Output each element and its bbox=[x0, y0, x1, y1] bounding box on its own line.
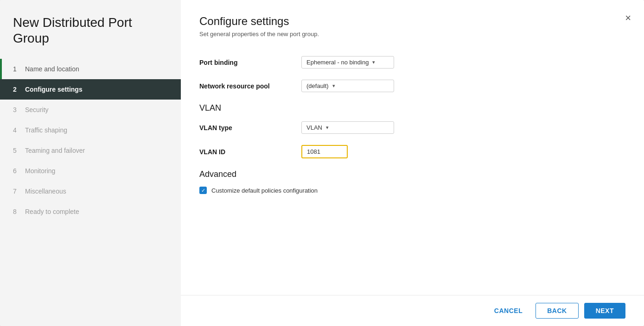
step-4-num: 4 bbox=[13, 126, 20, 134]
content-title: Configure settings bbox=[199, 15, 625, 28]
step-3-label: Security bbox=[25, 106, 49, 113]
vlan-type-value: VLAN bbox=[306, 124, 322, 131]
step-8-label: Ready to complete bbox=[25, 208, 79, 215]
port-binding-select[interactable]: Ephemeral - no binding ▾ bbox=[301, 56, 394, 69]
step-5-num: 5 bbox=[13, 147, 20, 154]
step-3-num: 3 bbox=[13, 106, 20, 113]
vlan-id-control bbox=[301, 145, 348, 158]
vlan-type-row: VLAN type VLAN ▾ bbox=[199, 121, 625, 134]
step-7-num: 7 bbox=[13, 188, 20, 195]
network-resource-pool-row: Network resource pool (default) ▾ bbox=[199, 80, 625, 92]
chevron-down-icon: ▾ bbox=[372, 59, 375, 65]
vlan-type-select[interactable]: VLAN ▾ bbox=[301, 121, 394, 134]
vlan-section-header: VLAN bbox=[199, 103, 625, 113]
network-resource-pool-value: (default) bbox=[306, 82, 329, 89]
step-1-label: Name and location bbox=[25, 65, 79, 73]
chevron-down-icon-2: ▾ bbox=[332, 83, 335, 89]
network-resource-pool-control: (default) ▾ bbox=[301, 80, 394, 92]
step-4-label: Traffic shaping bbox=[25, 126, 67, 134]
step-7-label: Miscellaneous bbox=[25, 188, 66, 195]
step-2-label: Configure settings bbox=[25, 86, 83, 93]
step-5[interactable]: 5 Teaming and failover bbox=[0, 140, 181, 161]
sidebar: New Distributed Port Group 1 Name and lo… bbox=[0, 0, 181, 326]
content-header: Configure settings Set general propertie… bbox=[181, 0, 644, 45]
customize-checkbox-row: ✓ Customize default policies configurati… bbox=[199, 187, 625, 194]
vlan-id-input[interactable] bbox=[301, 145, 348, 158]
chevron-down-icon-3: ▾ bbox=[326, 125, 329, 131]
checkmark-icon: ✓ bbox=[201, 188, 205, 194]
port-binding-row: Port binding Ephemeral - no binding ▾ bbox=[199, 56, 625, 69]
next-button[interactable]: NEXT bbox=[584, 303, 625, 319]
port-binding-value: Ephemeral - no binding bbox=[306, 59, 369, 66]
steps-list: 1 Name and location 2 Configure settings… bbox=[0, 59, 181, 326]
step-7[interactable]: 7 Miscellaneous bbox=[0, 181, 181, 201]
network-resource-pool-select[interactable]: (default) ▾ bbox=[301, 80, 394, 92]
step-4[interactable]: 4 Traffic shaping bbox=[0, 120, 181, 140]
vlan-id-row: VLAN ID bbox=[199, 145, 625, 158]
step-8-num: 8 bbox=[13, 208, 20, 215]
cancel-button[interactable]: CANCEL bbox=[487, 303, 530, 318]
step-8[interactable]: 8 Ready to complete bbox=[0, 201, 181, 222]
network-resource-pool-label: Network resource pool bbox=[199, 82, 301, 90]
vlan-id-label: VLAN ID bbox=[199, 148, 301, 156]
content-body: Port binding Ephemeral - no binding ▾ Ne… bbox=[181, 45, 644, 295]
port-binding-control: Ephemeral - no binding ▾ bbox=[301, 56, 394, 69]
step-2[interactable]: 2 Configure settings bbox=[0, 79, 181, 100]
step-5-label: Teaming and failover bbox=[25, 147, 85, 154]
customize-checkbox[interactable]: ✓ bbox=[199, 187, 207, 194]
step-6-num: 6 bbox=[13, 167, 20, 175]
step-6-label: Monitoring bbox=[25, 167, 55, 175]
step-1[interactable]: 1 Name and location bbox=[0, 59, 181, 79]
back-button[interactable]: BACK bbox=[536, 303, 578, 319]
port-binding-label: Port binding bbox=[199, 59, 301, 66]
close-button[interactable]: × bbox=[625, 13, 631, 23]
vlan-type-label: VLAN type bbox=[199, 124, 301, 132]
content-subtitle: Set general properties of the new port g… bbox=[199, 31, 625, 38]
content-panel: Configure settings Set general propertie… bbox=[181, 0, 644, 326]
step-6[interactable]: 6 Monitoring bbox=[0, 161, 181, 181]
advanced-section-header: Advanced bbox=[199, 169, 625, 179]
step-1-num: 1 bbox=[13, 65, 20, 73]
customize-label: Customize default policies configuration bbox=[211, 187, 318, 194]
content-footer: CANCEL BACK NEXT bbox=[181, 295, 644, 326]
vlan-type-control: VLAN ▾ bbox=[301, 121, 394, 134]
dialog: New Distributed Port Group 1 Name and lo… bbox=[0, 0, 644, 326]
step-3[interactable]: 3 Security bbox=[0, 100, 181, 120]
step-2-num: 2 bbox=[13, 86, 20, 93]
dialog-title: New Distributed Port Group bbox=[0, 0, 181, 59]
